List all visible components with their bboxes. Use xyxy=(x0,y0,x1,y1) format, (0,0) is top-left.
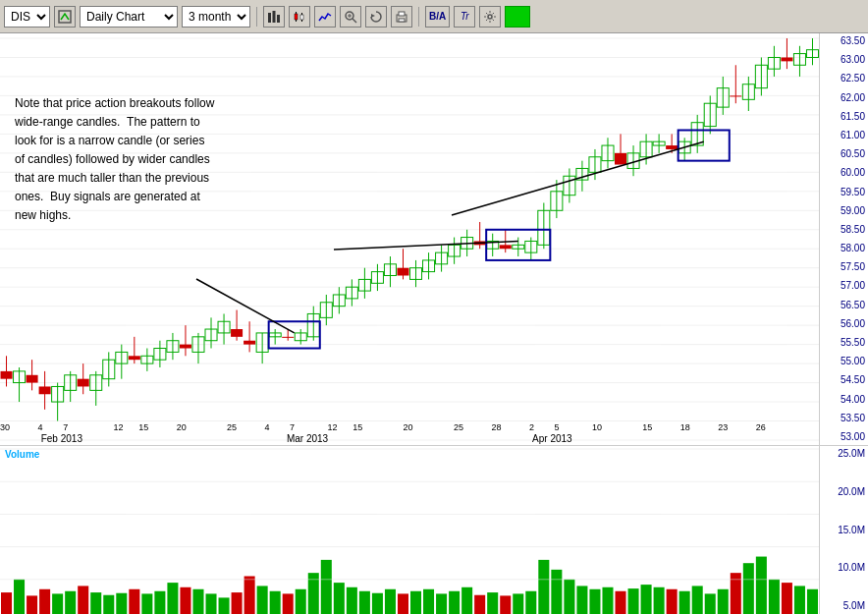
candle-icon-btn[interactable] xyxy=(289,6,310,28)
indicator2-icon-btn[interactable]: Tr xyxy=(454,6,475,28)
price-tick: 61.00 xyxy=(820,130,868,141)
price-tick: 53.00 xyxy=(820,431,868,443)
separator-1 xyxy=(256,7,257,27)
price-tick: 57.50 xyxy=(820,261,868,273)
separator-2 xyxy=(418,7,419,27)
print-icon-btn[interactable] xyxy=(391,6,412,28)
svg-rect-17 xyxy=(399,19,405,22)
price-tick: 61.50 xyxy=(820,111,868,123)
price-tick: 63.00 xyxy=(820,54,868,66)
volume-axis: 25.0M20.0M15.0M10.0M5.0M xyxy=(819,446,868,614)
chart-container: 63.5063.0062.5062.0061.5061.0060.5060.00… xyxy=(0,33,868,614)
toolbar: DIS Daily Chart 3 month B/A Tr xyxy=(0,0,868,33)
refresh-icon-btn[interactable] xyxy=(365,6,387,28)
price-axis: 63.5063.0062.5062.0061.5061.0060.5060.00… xyxy=(819,33,868,445)
price-tick: 56.50 xyxy=(820,300,868,311)
price-tick: 62.00 xyxy=(820,92,868,104)
svg-marker-14 xyxy=(371,14,375,18)
volume-tick: 15.0M xyxy=(820,525,868,536)
price-canvas[interactable] xyxy=(0,33,819,445)
price-tick: 54.00 xyxy=(820,394,868,406)
volume-tick: 10.0M xyxy=(820,562,868,574)
svg-rect-3 xyxy=(277,15,280,23)
svg-point-18 xyxy=(488,15,492,19)
volume-chart: 25.0M20.0M15.0M10.0M5.0M Volume xyxy=(0,446,868,614)
volume-tick: 20.0M xyxy=(820,486,868,498)
volume-label: Volume xyxy=(5,449,39,460)
svg-rect-1 xyxy=(268,13,271,23)
settings-icon-btn[interactable] xyxy=(479,6,501,28)
line-icon-btn[interactable] xyxy=(314,6,336,28)
period-select[interactable]: 3 month xyxy=(182,6,250,28)
price-tick: 56.00 xyxy=(820,318,868,330)
price-tick: 55.50 xyxy=(820,337,868,349)
svg-line-11 xyxy=(353,19,356,23)
price-tick: 59.50 xyxy=(820,187,868,198)
svg-rect-16 xyxy=(399,12,405,16)
price-tick: 60.00 xyxy=(820,167,868,179)
price-tick: 60.50 xyxy=(820,148,868,160)
volume-tick: 25.0M xyxy=(820,448,868,460)
svg-rect-7 xyxy=(300,15,303,20)
svg-rect-4 xyxy=(295,14,298,20)
price-tick: 54.50 xyxy=(820,374,868,386)
volume-tick: 5.0M xyxy=(820,600,868,612)
volume-canvas[interactable] xyxy=(0,446,819,614)
price-tick: 63.50 xyxy=(820,35,868,47)
symbol-icon-btn[interactable] xyxy=(54,6,76,28)
price-tick: 53.50 xyxy=(820,413,868,424)
indicator1-icon-btn[interactable]: B/A xyxy=(425,6,450,28)
price-tick: 57.00 xyxy=(820,280,868,292)
bar-chart-icon-btn[interactable] xyxy=(263,6,285,28)
zoom-icon-btn[interactable] xyxy=(340,6,361,28)
chart-type-select[interactable]: Daily Chart xyxy=(80,6,178,28)
price-tick: 55.00 xyxy=(820,356,868,367)
price-tick: 58.50 xyxy=(820,224,868,236)
price-tick: 59.00 xyxy=(820,205,868,217)
price-tick: 62.50 xyxy=(820,73,868,84)
price-chart: 63.5063.0062.5062.0061.5061.0060.5060.00… xyxy=(0,33,868,446)
svg-rect-2 xyxy=(273,11,276,23)
ok-button[interactable] xyxy=(505,6,530,28)
price-tick: 58.00 xyxy=(820,243,868,254)
symbol-select[interactable]: DIS xyxy=(4,6,50,28)
